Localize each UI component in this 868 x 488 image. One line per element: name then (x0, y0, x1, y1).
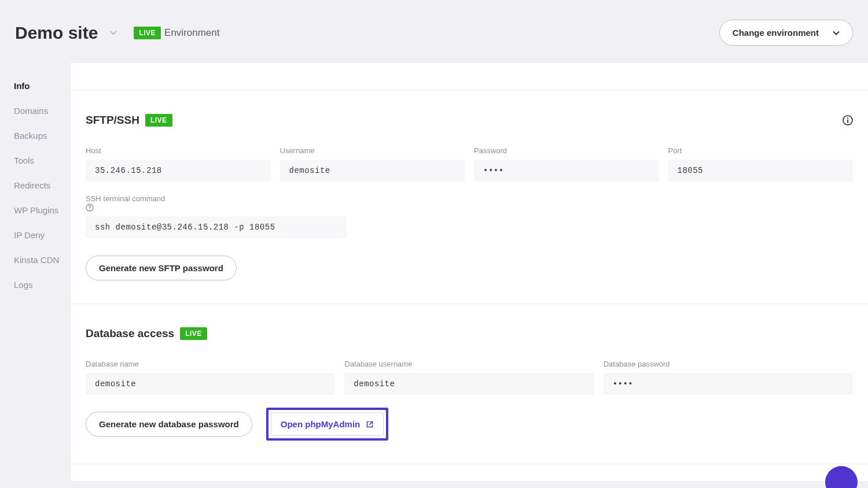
sftp-password-field: Password •••• (474, 146, 659, 182)
svg-rect-1 (847, 120, 848, 123)
sftp-username-field: Username demosite (280, 146, 465, 182)
sftp-password-label: Password (474, 146, 659, 155)
database-section: Database access LIVE Database name demos… (71, 304, 868, 464)
sftp-section: SFTP/SSH LIVE Host 35.246.15.218 Usernam… (71, 91, 868, 304)
sftp-port-field: Port 18055 (668, 146, 854, 182)
sftp-port-label: Port (668, 146, 854, 155)
change-environment-button[interactable]: Change environment (719, 20, 853, 46)
sidebar-item-info[interactable]: Info (14, 73, 70, 98)
svg-rect-2 (847, 117, 848, 119)
sftp-password-value[interactable]: •••• (474, 160, 659, 182)
ssh-help-icon[interactable] (86, 204, 853, 212)
external-link-icon (366, 420, 374, 428)
sidebar-item-redirects[interactable]: Redirects (14, 173, 70, 198)
sftp-port-value[interactable]: 18055 (668, 160, 854, 182)
phpmyadmin-highlight: Open phpMyAdmin (266, 408, 389, 441)
generate-sftp-password-button[interactable]: Generate new SFTP password (86, 256, 237, 280)
page-header: Demo site LIVE Environment Change enviro… (0, 0, 868, 63)
db-username-field: Database username demosite (344, 360, 594, 395)
main-content: SFTP/SSH LIVE Host 35.246.15.218 Usernam… (70, 63, 868, 482)
database-title: Database access (86, 327, 174, 340)
sftp-host-value[interactable]: 35.246.15.218 (86, 160, 271, 182)
sidebar-item-kinsta-cdn[interactable]: Kinsta CDN (14, 247, 70, 272)
svg-point-4 (89, 209, 90, 210)
db-name-field: Database name demosite (86, 360, 335, 395)
sftp-host-field: Host 35.246.15.218 (86, 146, 271, 182)
sftp-username-label: Username (280, 146, 465, 155)
sftp-username-value[interactable]: demosite (280, 160, 465, 182)
site-dropdown-chevron-icon[interactable] (109, 29, 117, 37)
ssh-command-label: SSH terminal command (86, 194, 853, 212)
sftp-help-icon[interactable] (843, 115, 853, 125)
chevron-down-icon (833, 31, 840, 35)
db-password-label: Database password (604, 360, 853, 368)
sftp-title: SFTP/SSH (86, 114, 139, 127)
environment-label: Environment (164, 27, 219, 39)
top-strip (71, 63, 868, 91)
ssh-command-field: SSH terminal command ssh demosite@35.246… (86, 194, 853, 238)
sidebar-item-ip-deny[interactable]: IP Deny (14, 223, 70, 247)
sidebar: Info Domains Backups Tools Redirects WP … (0, 63, 70, 482)
sidebar-item-backups[interactable]: Backups (14, 123, 70, 148)
sftp-live-badge: LIVE (145, 114, 172, 127)
db-password-value[interactable]: •••• (604, 373, 853, 395)
db-password-field: Database password •••• (604, 360, 853, 395)
change-environment-label: Change environment (733, 28, 819, 38)
sidebar-item-wp-plugins[interactable]: WP Plugins (14, 198, 70, 223)
db-name-value[interactable]: demosite (86, 373, 335, 395)
db-username-label: Database username (344, 360, 594, 368)
generate-db-password-button[interactable]: Generate new database password (86, 412, 252, 437)
live-badge: LIVE (134, 27, 161, 39)
database-live-badge: LIVE (180, 327, 207, 340)
sftp-host-label: Host (86, 146, 271, 155)
open-phpmyadmin-button[interactable]: Open phpMyAdmin (271, 412, 384, 436)
db-username-value[interactable]: demosite (344, 373, 594, 395)
ssh-command-value[interactable]: ssh demosite@35.246.15.218 -p 18055 (86, 216, 346, 238)
sidebar-item-logs[interactable]: Logs (14, 272, 70, 297)
sidebar-item-tools[interactable]: Tools (14, 148, 70, 173)
site-title: Demo site (15, 23, 98, 43)
db-name-label: Database name (86, 360, 335, 368)
sidebar-item-domains[interactable]: Domains (14, 98, 70, 123)
